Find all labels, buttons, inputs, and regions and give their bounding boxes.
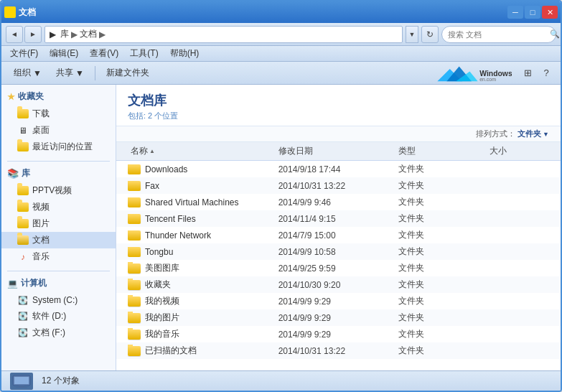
- table-row[interactable]: 收藏夹 2014/10/30 9:20 文件夹: [116, 276, 561, 293]
- window: 文档 ─ □ ✕ ◄ ► ▶ 库 ▶ 文档 ▶ ▼ ↻ 🔍 文件(F): [0, 0, 562, 392]
- table-row[interactable]: Shared Virtual Machines 2014/9/9 9:46 文件…: [116, 194, 561, 210]
- file-date: 2014/9/25 9:59: [278, 263, 399, 274]
- file-type: 文件夹: [398, 262, 489, 274]
- table-row[interactable]: 我的视频 2014/9/9 9:29 文件夹: [116, 293, 561, 309]
- libraries-label: 库: [22, 167, 30, 179]
- organize-button[interactable]: 组织 ▼: [7, 65, 48, 82]
- menu-view[interactable]: 查看(V): [84, 46, 124, 61]
- sidebar-item-pptv[interactable]: PPTV视频: [1, 182, 116, 199]
- recent-icon: [17, 141, 29, 153]
- search-box: 🔍: [441, 26, 556, 43]
- computer-icon: 💻: [7, 279, 18, 289]
- col-header-type[interactable]: 类型: [395, 144, 487, 159]
- sidebar-label-download: 下载: [32, 108, 50, 120]
- drive-d-icon: 💽: [17, 311, 29, 322]
- title-bar: 文档 ─ □ ✕: [1, 1, 561, 23]
- file-name: Shared Virtual Machines: [128, 197, 278, 207]
- breadcrumb-sep2: ▶: [71, 29, 78, 39]
- col-header-date[interactable]: 修改日期: [276, 144, 395, 159]
- breadcrumb-root: ▶: [50, 29, 56, 39]
- file-name: Downloads: [128, 164, 278, 174]
- sidebar-item-download[interactable]: 下载: [1, 106, 116, 122]
- file-folder-icon: [128, 346, 141, 356]
- search-icon[interactable]: 🔍: [550, 29, 560, 39]
- breadcrumb-library[interactable]: 库: [60, 28, 69, 40]
- menu-tools[interactable]: 工具(T): [124, 46, 164, 61]
- breadcrumb-documents[interactable]: 文档: [80, 28, 97, 40]
- menu-file[interactable]: 文件(F): [4, 46, 44, 61]
- sidebar-label-pptv: PPTV视频: [32, 185, 72, 197]
- search-input[interactable]: [448, 30, 547, 39]
- file-name: Tongbu: [128, 247, 278, 257]
- share-button[interactable]: 共享 ▼: [50, 65, 90, 82]
- sidebar-item-drive-c[interactable]: 💽 System (C:): [1, 292, 116, 308]
- status-computer-icon: [10, 373, 33, 390]
- toolbar: 组织 ▼ 共享 ▼ 新建文件夹 Windows7 en.com ⊞ ?: [1, 62, 561, 85]
- view-button[interactable]: ⊞: [519, 65, 536, 82]
- table-row[interactable]: 我的音乐 2014/9/9 9:29 文件夹: [116, 326, 561, 342]
- main-content: ★ 收藏夹 下载 🖥 桌面 最近访问的位置: [1, 85, 561, 370]
- sidebar-item-recent[interactable]: 最近访问的位置: [1, 139, 116, 155]
- computer-header[interactable]: 💻 计算机: [1, 274, 116, 292]
- new-folder-button[interactable]: 新建文件夹: [100, 65, 156, 82]
- sidebar-item-video[interactable]: 视频: [1, 199, 116, 215]
- close-button[interactable]: ✕: [542, 6, 558, 19]
- sort-bar: 排列方式： 文件夹 ▼: [116, 126, 561, 142]
- window-title: 文档: [19, 6, 36, 19]
- table-row[interactable]: 已扫描的文档 2014/10/31 13:22 文件夹: [116, 342, 561, 359]
- sidebar-label-recent: 最近访问的位置: [32, 141, 93, 153]
- address-path[interactable]: ▶ 库 ▶ 文档 ▶: [45, 26, 403, 43]
- file-folder-icon: [128, 247, 141, 257]
- file-date: 2014/10/31 13:22: [278, 181, 399, 191]
- sidebar-item-drive-f[interactable]: 💽 文档 (F:): [1, 325, 116, 341]
- svg-rect-7: [19, 386, 24, 387]
- maximize-button[interactable]: □: [525, 6, 540, 19]
- file-date: 2014/9/9 9:29: [278, 297, 399, 307]
- share-label: 共享: [56, 67, 73, 79]
- table-row[interactable]: Downloads 2014/9/18 17:44 文件夹: [116, 161, 561, 177]
- sidebar-item-desktop[interactable]: 🖥 桌面: [1, 122, 116, 139]
- address-bar: ◄ ► ▶ 库 ▶ 文档 ▶ ▼ ↻ 🔍: [1, 23, 561, 46]
- svg-text:en.com: en.com: [479, 77, 496, 82]
- sidebar-item-documents[interactable]: 文档: [1, 232, 116, 248]
- file-type: 文件夹: [398, 312, 489, 324]
- sidebar-divider-1: [7, 161, 110, 162]
- file-type: 文件夹: [398, 163, 489, 175]
- col-header-name[interactable]: 名称 ▲: [128, 144, 276, 159]
- file-date: 2014/10/30 9:20: [278, 280, 399, 290]
- table-row[interactable]: 我的图片 2014/9/9 9:29 文件夹: [116, 309, 561, 326]
- table-row[interactable]: Thunder Network 2014/7/9 15:00 文件夹: [116, 227, 561, 243]
- help-button[interactable]: ?: [538, 65, 555, 82]
- table-row[interactable]: 美图图库 2014/9/25 9:59 文件夹: [116, 260, 561, 276]
- sort-arrow[interactable]: ▼: [543, 131, 549, 138]
- sidebar-item-music[interactable]: ♪ 音乐: [1, 248, 116, 265]
- file-date: 2014/9/18 17:44: [278, 164, 399, 174]
- file-type: 文件夹: [398, 229, 489, 241]
- minimize-button[interactable]: ─: [507, 6, 523, 19]
- file-date: 2014/9/9 9:46: [278, 197, 399, 207]
- menu-help[interactable]: 帮助(H): [164, 46, 205, 61]
- sidebar-divider-2: [7, 271, 110, 271]
- col-header-size[interactable]: 大小: [487, 144, 549, 159]
- favorites-label: 收藏夹: [18, 90, 44, 103]
- table-row[interactable]: Tongbu 2014/9/9 10:58 文件夹: [116, 243, 561, 260]
- sidebar-item-pictures[interactable]: 图片: [1, 215, 116, 232]
- documents-folder-icon: [17, 235, 29, 246]
- sidebar-item-drive-d[interactable]: 💽 软件 (D:): [1, 308, 116, 325]
- forward-button[interactable]: ►: [24, 26, 42, 43]
- column-headers: 名称 ▲ 修改日期 类型 大小: [116, 142, 561, 161]
- back-button[interactable]: ◄: [6, 26, 23, 43]
- menu-edit[interactable]: 编辑(E): [44, 46, 84, 61]
- favorites-header[interactable]: ★ 收藏夹: [1, 88, 116, 106]
- file-folder-icon: [128, 297, 141, 307]
- table-row[interactable]: Fax 2014/10/31 13:22 文件夹: [116, 177, 561, 194]
- sort-value[interactable]: 文件夹: [517, 129, 541, 139]
- col-date-label: 修改日期: [278, 145, 313, 157]
- menu-bar: 文件(F) 编辑(E) 查看(V) 工具(T) 帮助(H): [1, 46, 561, 62]
- libraries-header[interactable]: 📚 库: [1, 164, 116, 182]
- address-dropdown[interactable]: ▼: [406, 26, 418, 43]
- refresh-button[interactable]: ↻: [421, 26, 439, 43]
- favorites-section: ★ 收藏夹 下载 🖥 桌面 最近访问的位置: [1, 88, 116, 155]
- table-row[interactable]: Tencent Files 2014/11/4 9:15 文件夹: [116, 210, 561, 227]
- file-type: 文件夹: [398, 328, 489, 340]
